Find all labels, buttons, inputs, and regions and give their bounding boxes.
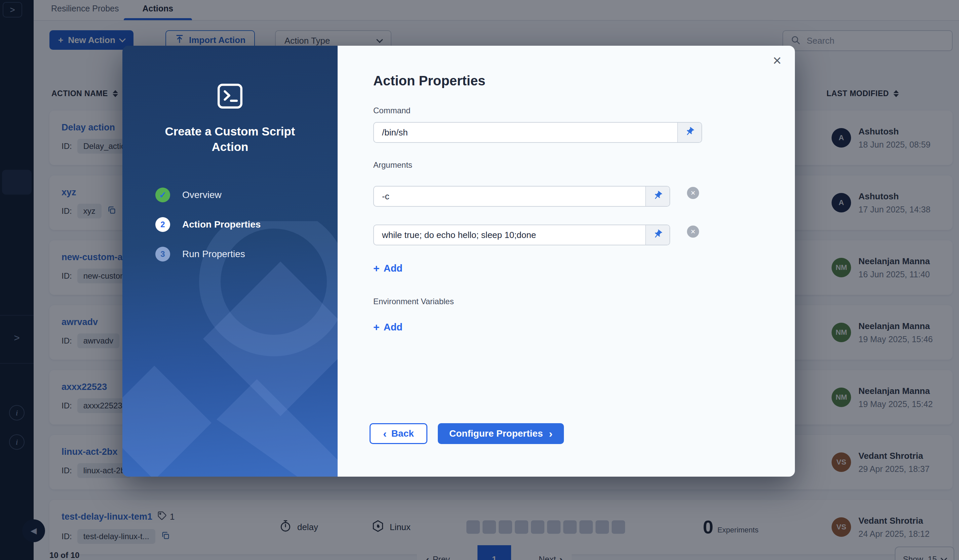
chevron-right-icon: › [549, 428, 553, 439]
modal-wizard-panel: Create a Custom Script Action ✓Overview2… [123, 46, 338, 477]
modal-form-panel: × Action Properties Command Arguments × … [338, 46, 795, 477]
pin-button[interactable] [645, 225, 669, 245]
step-number-icon: 3 [155, 247, 170, 261]
pin-icon [653, 229, 663, 241]
add-env-variable-button[interactable]: + Add [373, 321, 403, 333]
step-run-properties[interactable]: 3Run Properties [155, 247, 261, 261]
remove-argument-button[interactable]: × [687, 187, 699, 199]
step-number-icon: 2 [155, 217, 170, 232]
plus-icon: + [373, 262, 380, 275]
environment-variables-label: Environment Variables [373, 297, 795, 306]
terminal-icon [123, 81, 338, 113]
pin-button[interactable] [645, 186, 669, 206]
argument-row: × [373, 218, 795, 245]
pin-icon [653, 191, 663, 202]
wizard-title: Create a Custom Script Action [123, 124, 338, 154]
step-action-properties[interactable]: 2Action Properties [155, 217, 261, 232]
close-icon[interactable]: × [773, 53, 781, 68]
arguments-label: Arguments [373, 160, 795, 170]
modal-footer: ‹ Back Configure Properties › [370, 423, 564, 444]
argument-input[interactable] [374, 186, 645, 206]
argument-field-group [373, 186, 670, 207]
chevron-left-icon: ‹ [383, 428, 387, 439]
plus-icon: + [373, 321, 380, 333]
pin-button[interactable] [677, 123, 701, 142]
remove-argument-button[interactable]: × [687, 226, 699, 238]
add-argument-button[interactable]: + Add [373, 262, 403, 275]
pin-icon [685, 127, 695, 138]
wizard-stepper: ✓Overview2Action Properties3Run Properti… [155, 188, 261, 261]
back-button[interactable]: ‹ Back [370, 423, 427, 444]
argument-field-group [373, 224, 670, 245]
step-label: Overview [182, 189, 221, 200]
step-label: Action Properties [182, 219, 261, 230]
argument-input[interactable] [374, 225, 645, 245]
configure-properties-button[interactable]: Configure Properties › [438, 423, 564, 444]
form-title: Action Properties [373, 73, 795, 88]
command-label: Command [373, 106, 795, 115]
command-field-group [373, 122, 702, 143]
command-input[interactable] [374, 123, 677, 142]
step-label: Run Properties [182, 249, 245, 259]
arguments-list: × × [373, 179, 795, 245]
create-custom-script-action-modal: Create a Custom Script Action ✓Overview2… [123, 46, 795, 477]
step-overview[interactable]: ✓Overview [155, 188, 261, 202]
argument-row: × [373, 179, 795, 207]
step-check-icon: ✓ [155, 188, 170, 202]
